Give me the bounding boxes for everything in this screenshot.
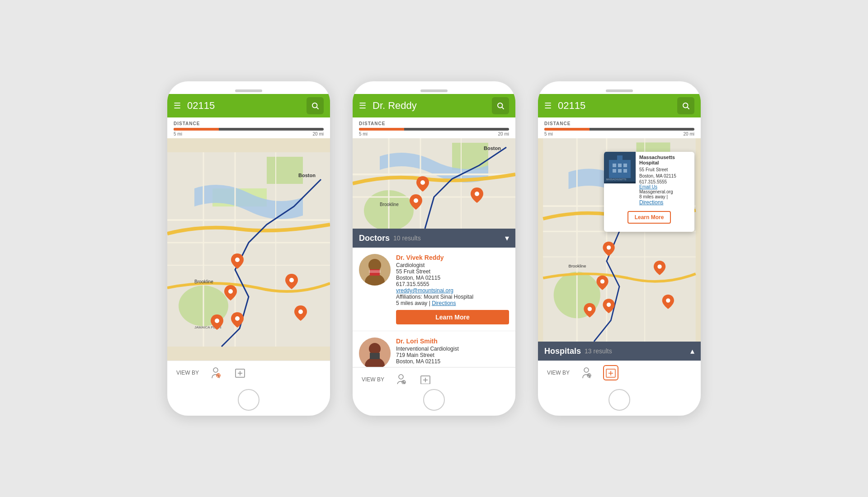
phones-container: ☰ 02115 DISTANCE 5 mi [149,63,719,434]
svg-rect-32 [452,143,488,170]
phone-3-view-by: VIEW BY [538,361,701,384]
phone-3-distance-min: 5 mi [544,131,553,136]
phone-3-header: ☰ 02115 [538,94,701,117]
doctor-1-phone: 617.315.5555 [396,281,509,287]
svg-line-29 [502,107,504,109]
phone-2-header-title: Dr. Reddy [373,100,492,112]
distance-track[interactable] [174,128,324,131]
phone-3-results-chevron: ▴ [690,346,694,356]
search-button[interactable] [307,97,324,114]
phone-1-map[interactable]: Boston Brookline JAMAICA PLAIN [167,138,330,361]
svg-rect-47 [369,270,381,273]
phone-1-wrapper: ☰ 02115 DISTANCE 5 mi [167,81,330,416]
phone-2-view-by-label: VIEW BY [362,376,384,383]
svg-rect-86 [617,155,623,161]
phone-2-results-panel: Doctors 10 results ▾ [353,229,515,367]
popup-phone: 617.315.5555 [639,179,691,184]
svg-point-20 [298,309,303,314]
phone-3-results-header[interactable]: Hospitals 13 results ▴ [538,342,701,361]
phone-3-doctor-icon[interactable] [579,365,594,380]
distance-min: 5 mi [174,131,182,136]
phone-3-results-count: 13 results [585,347,612,355]
phone-3-distance-max: 20 mi [684,131,694,136]
doctor-1-directions[interactable]: Directions [432,300,456,306]
distance-label: DISTANCE [174,121,324,126]
doctor-1-distance: 5 miles away | Directions [396,300,509,306]
phone-2-top-bar [353,81,515,94]
doctor-icon[interactable] [208,365,223,380]
distance-max: 20 mi [313,131,324,136]
doctor-photo-1 [359,254,391,286]
phone-3-view-by-label: VIEW BY [547,370,570,376]
svg-point-75 [588,307,592,311]
popup-learn-more-button[interactable]: Learn More [627,211,671,224]
phone-2-hospital-icon[interactable] [418,372,433,384]
svg-text:Brookline: Brookline [194,279,213,284]
doctor-1-email[interactable]: vreddy@mountsinai.org [396,287,509,294]
home-button[interactable] [238,389,259,411]
doctor-info-1: Dr. Vivek Reddy Cardiologist 55 Fruit St… [396,254,509,324]
svg-rect-82 [623,164,627,167]
hamburger-icon[interactable]: ☰ [174,101,181,111]
popup-hospital-name: Massachusetts Hospital [639,155,691,165]
distance-labels: 5 mi 20 mi [174,131,324,136]
svg-point-28 [498,103,503,108]
phone-3-speaker [606,89,633,92]
phone-3-distance-bar: DISTANCE 5 mi 20 mi [538,117,701,138]
hospital-icon[interactable] [232,365,248,380]
doctor-1-learn-more-button[interactable]: Learn More [396,310,509,324]
phone-2-hamburger-icon[interactable]: ☰ [359,101,366,111]
phone-3-results-panel: Hospitals 13 results ▴ [538,342,701,361]
popup-email-link[interactable]: Email Us [639,184,691,189]
phone-3-top-bar [538,81,701,94]
phone-3-home-button[interactable] [609,389,630,411]
doctor-card-1: Dr. Vivek Reddy Cardiologist 55 Fruit St… [353,248,515,331]
doctor-2-city: Boston, MA 02115 [396,358,509,365]
phone-2-bottom [353,384,515,416]
svg-rect-4 [267,157,303,184]
popup-distance: 8 miles away | Directions [639,194,691,206]
phone-2-distance-track[interactable] [359,128,509,131]
svg-rect-84 [618,169,622,173]
phone-2-search-button[interactable] [492,97,509,114]
phone-2-distance-bar: DISTANCE 5 mi 20 mi [353,117,515,138]
phone-3-header-title: 02115 [558,100,677,112]
phone-3-search-button[interactable] [677,97,694,114]
phone-3-hamburger-icon[interactable]: ☰ [544,101,552,111]
phone-2-distance-fill [359,128,404,131]
svg-point-41 [414,198,418,203]
phone-3-map[interactable]: Boston Brookline [538,138,701,342]
svg-text:Boston: Boston [298,173,316,178]
phone-1-top-bar [167,81,330,94]
hospital-image-placeholder: MASSACHUSETTS GENERAL HOSPITAL [604,152,636,183]
phone-3: ☰ 02115 DISTANCE 5 mi [538,81,701,416]
results-title: Doctors [359,234,390,243]
phone-3-results-title: Hospitals [544,347,581,356]
phone-2-home-button[interactable] [423,389,445,411]
svg-point-0 [312,103,317,108]
svg-point-40 [475,192,479,196]
doctor-2-specialty: Interventional Cardiologist [396,346,509,352]
phone-2-doctor-icon[interactable] [393,372,409,384]
phone-2-map[interactable]: Boston Brookline [353,138,515,229]
phone-3-distance-track[interactable] [544,128,694,131]
popup-directions[interactable]: Directions [639,199,663,206]
phone-1-view-by: VIEW BY [167,361,330,384]
svg-text:Brookline: Brookline [569,264,586,268]
svg-rect-83 [613,169,616,173]
svg-line-60 [687,107,689,109]
svg-point-18 [215,319,219,323]
results-header[interactable]: Doctors 10 results ▾ [353,229,515,248]
results-chevron: ▾ [505,233,509,243]
svg-point-42 [420,180,425,185]
phone-3-distance-label: DISTANCE [544,121,694,126]
doctor-photo-2 [359,338,391,367]
doctor-1-city: Boston, MA 02115 [396,275,509,281]
phone-3-hospital-icon[interactable] [603,365,618,380]
popup-website: Massgeneral.org [639,189,691,194]
phone-2-header: ☰ Dr. Reddy [353,94,515,117]
popup-header: MASSACHUSETTS GENERAL HOSPITAL Massachus… [604,152,694,206]
svg-rect-81 [618,164,622,167]
doctor-card-2: Dr. Lori Smith Interventional Cardiologi… [353,331,515,367]
popup-hospital-image: MASSACHUSETTS GENERAL HOSPITAL [604,152,636,183]
